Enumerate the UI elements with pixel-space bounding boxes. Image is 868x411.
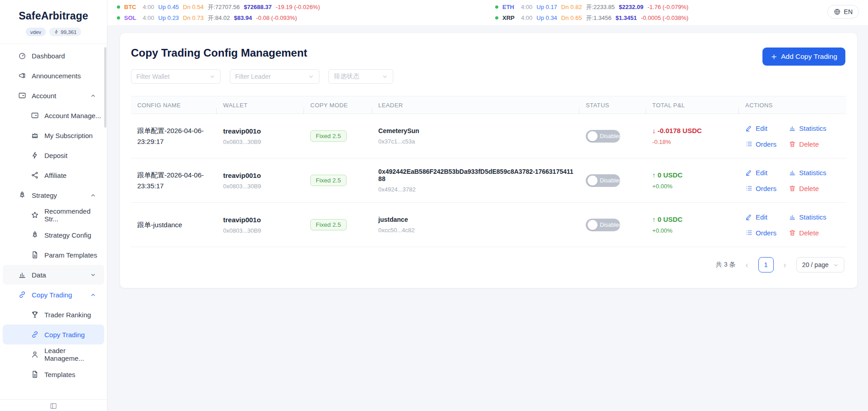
table-row: 跟单配置-2026-04-06-23:35:17 treavip001o 0x0… bbox=[131, 158, 846, 203]
delete-button[interactable]: Delete bbox=[789, 140, 842, 148]
header-config-name: CONFIG NAME bbox=[131, 102, 217, 109]
status-label: Disabled bbox=[600, 177, 622, 184]
dashboard-icon bbox=[18, 52, 26, 60]
ticker-symbol: SOL bbox=[124, 14, 139, 21]
sidebar-item-announcements[interactable]: Announcements bbox=[3, 66, 104, 86]
ticker-symbol: XRP bbox=[502, 14, 517, 21]
sidebar-item-copy-trading-group[interactable]: Copy Trading bbox=[3, 285, 104, 305]
ticker-up: Up 0.45 bbox=[158, 4, 179, 10]
header-actions: ACTIONS bbox=[739, 102, 846, 109]
sidebar-item-copy-trading[interactable]: Copy Trading bbox=[3, 325, 104, 344]
sidebar-item-label: Account bbox=[32, 92, 56, 100]
sidebar-item-my-subscription[interactable]: My Subscription bbox=[3, 125, 104, 145]
person-icon bbox=[31, 350, 39, 358]
sidebar-item-account[interactable]: Account bbox=[3, 86, 104, 105]
table-row: 跟单配置-2026-04-06-23:29:17 treavip001o 0x0… bbox=[131, 114, 846, 158]
sidebar-item-deposit[interactable]: Deposit bbox=[3, 145, 104, 165]
leader-address: 0x4924...3782 bbox=[378, 186, 575, 193]
ticker-xrp: XRP 4:00 Up 0.34 Dn 0.65 开:1.3456 $1.345… bbox=[495, 13, 689, 23]
ticker-time: 4:00 bbox=[521, 4, 532, 10]
trash-icon bbox=[789, 229, 796, 236]
chevron-down-icon bbox=[382, 74, 388, 80]
link-icon bbox=[18, 291, 26, 299]
filter-wallet-placeholder: Filter Wallet bbox=[136, 73, 169, 80]
collapse-sidebar-icon[interactable] bbox=[50, 402, 57, 410]
bar-chart-icon bbox=[789, 213, 796, 220]
table-header-row: CONFIG NAME WALLET COPY MODE LEADER STAT… bbox=[131, 96, 846, 114]
sidebar: SafeArbitrage vdev 99,361 Dashboard Anno… bbox=[0, 0, 107, 411]
wallet-name: treavip001o bbox=[223, 127, 299, 135]
page-size-value: 20 / page bbox=[802, 261, 829, 268]
add-copy-trading-button[interactable]: Add Copy Trading bbox=[762, 48, 845, 66]
sidebar-item-templates[interactable]: Templates bbox=[3, 364, 104, 384]
sidebar-item-label: Leader Manageme... bbox=[44, 347, 104, 362]
orders-button[interactable]: Orders bbox=[745, 185, 789, 192]
wallet-name: treavip001o bbox=[223, 216, 299, 224]
sidebar-item-account-management[interactable]: Account Manage... bbox=[3, 105, 104, 125]
status-toggle[interactable]: Disabled bbox=[586, 174, 620, 187]
copy-trading-card: Copy Trading Config Management Add Copy … bbox=[120, 33, 857, 288]
next-page-button[interactable] bbox=[780, 260, 790, 270]
status-toggle[interactable]: Disabled bbox=[586, 219, 620, 231]
filter-leader-select[interactable]: Filter Leader bbox=[230, 69, 319, 84]
copy-mode-badge: Fixed 2.5 bbox=[310, 130, 347, 142]
orders-button[interactable]: Orders bbox=[745, 140, 789, 148]
header-copy-mode: COPY MODE bbox=[304, 102, 372, 109]
ticker-up: Up 0.23 bbox=[158, 14, 179, 21]
share-nodes-icon bbox=[31, 171, 39, 179]
sidebar-item-dashboard[interactable]: Dashboard bbox=[3, 46, 104, 66]
statistics-button[interactable]: Statistics bbox=[789, 124, 842, 132]
sidebar-item-param-templates[interactable]: Param Templates bbox=[3, 245, 104, 265]
pnl-percent: -0.18% bbox=[652, 139, 734, 145]
sidebar-item-affiliate[interactable]: Affiliate bbox=[3, 165, 104, 185]
sidebar-item-label: Announcements bbox=[32, 72, 81, 80]
wallet-name: treavip001o bbox=[223, 172, 299, 179]
status-dot-icon bbox=[117, 5, 120, 9]
edit-button[interactable]: Edit bbox=[745, 213, 789, 221]
pnl-percent: +0.00% bbox=[652, 183, 734, 190]
sidebar-item-label: Trader Ranking bbox=[44, 311, 91, 319]
page-size-select[interactable]: 20 / page bbox=[796, 257, 844, 272]
ticker-down: Dn 0.73 bbox=[183, 14, 204, 21]
ticker-down: Dn 0.65 bbox=[561, 14, 582, 21]
orders-button[interactable]: Orders bbox=[745, 229, 789, 237]
chevron-up-icon bbox=[90, 292, 96, 297]
delete-button[interactable]: Delete bbox=[789, 185, 842, 192]
previous-page-button[interactable] bbox=[742, 260, 752, 270]
sidebar-item-label: Recommended Str... bbox=[44, 207, 104, 223]
language-label: EN bbox=[844, 8, 853, 15]
statistics-button[interactable]: Statistics bbox=[789, 213, 842, 221]
sidebar-item-label: Dashboard bbox=[32, 52, 65, 60]
credits-badge: 99,361 bbox=[49, 28, 81, 36]
statistics-button[interactable]: Statistics bbox=[789, 169, 842, 177]
sidebar-item-trader-ranking[interactable]: Trader Ranking bbox=[3, 305, 104, 325]
ticker-up: Up 0.34 bbox=[536, 14, 557, 21]
filter-wallet-select[interactable]: Filter Wallet bbox=[131, 69, 221, 84]
ticker-open: 开:72707.56 bbox=[207, 3, 240, 11]
delete-button[interactable]: Delete bbox=[789, 229, 842, 237]
filter-status-select[interactable]: 筛选状态 bbox=[328, 69, 393, 84]
bar-chart-icon bbox=[789, 169, 796, 176]
ticker-column-right: ETH 4:00 Up 0.17 Dn 0.82 开:2233.85 $2232… bbox=[495, 2, 689, 23]
edit-button[interactable]: Edit bbox=[745, 124, 789, 132]
language-selector[interactable]: EN bbox=[827, 5, 859, 19]
sidebar-item-recommended-strategies[interactable]: Recommended Str... bbox=[3, 205, 104, 225]
pnl-arrow-up-icon: ↑ bbox=[652, 215, 656, 223]
ticker-btc: BTC 4:00 Up 0.45 Dn 0.54 开:72707.56 $726… bbox=[117, 2, 320, 12]
ticker-eth: ETH 4:00 Up 0.17 Dn 0.82 开:2233.85 $2232… bbox=[495, 2, 689, 12]
status-toggle[interactable]: Disabled bbox=[586, 130, 620, 143]
sidebar-item-strategy-config[interactable]: Strategy Config bbox=[3, 225, 104, 245]
sidebar-item-data[interactable]: Data bbox=[3, 265, 104, 285]
edit-button[interactable]: Edit bbox=[745, 169, 789, 177]
sidebar-item-label: Param Templates bbox=[44, 251, 97, 259]
sidebar-scrollbar[interactable] bbox=[104, 47, 106, 128]
sidebar-item-label: Strategy Config bbox=[44, 231, 91, 239]
list-icon bbox=[745, 140, 752, 148]
megaphone-icon bbox=[18, 72, 26, 80]
ticker-down: Dn 0.82 bbox=[561, 4, 582, 10]
sidebar-item-leader-management[interactable]: Leader Manageme... bbox=[3, 344, 104, 364]
page-number-button[interactable]: 1 bbox=[758, 257, 774, 272]
header-status: STATUS bbox=[579, 102, 646, 109]
sidebar-item-strategy[interactable]: Strategy bbox=[3, 185, 104, 205]
wallet-address: 0x0803...30B9 bbox=[223, 227, 299, 234]
